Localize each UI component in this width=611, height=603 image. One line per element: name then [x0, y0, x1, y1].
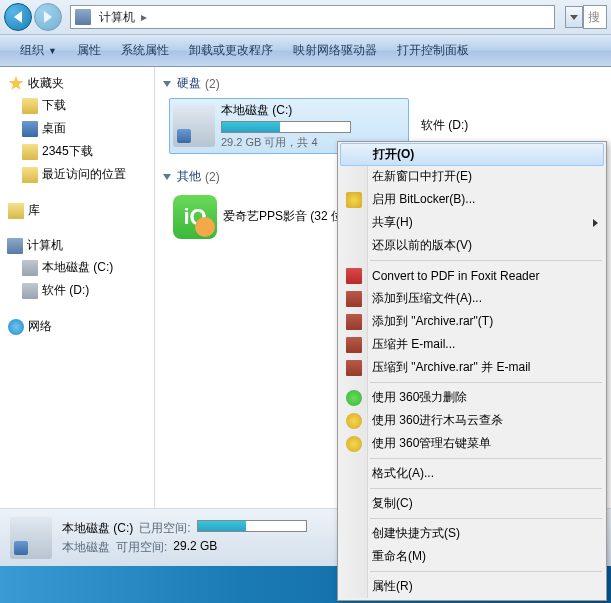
context-menu-item[interactable]: 压缩并 E-mail...	[340, 333, 604, 356]
drive-icon	[10, 517, 52, 559]
monitor-icon	[22, 121, 38, 137]
context-menu-item[interactable]: Convert to PDF in Foxit Reader	[340, 264, 604, 287]
control-panel-button[interactable]: 打开控制面板	[387, 38, 479, 63]
context-menu-item[interactable]: 使用 360管理右键菜单	[340, 432, 604, 455]
context-menu-separator	[370, 518, 602, 519]
context-menu-item[interactable]: 添加到 "Archive.rar"(T)	[340, 310, 604, 333]
search-placeholder: 搜	[588, 9, 600, 26]
book-icon	[346, 337, 362, 353]
book-icon	[346, 360, 362, 376]
context-menu-label: 使用 360进行木马云查杀	[372, 412, 503, 429]
context-menu-label: 共享(H)	[372, 214, 413, 231]
context-menu-item[interactable]: 使用 360进行木马云查杀	[340, 409, 604, 432]
sidebar-item-recent[interactable]: 最近访问的位置	[4, 163, 150, 186]
360y-icon	[346, 413, 362, 429]
sidebar-computer-header[interactable]: 计算机	[4, 235, 150, 256]
context-menu-item[interactable]: 共享(H)	[340, 211, 604, 234]
context-menu-label: 启用 BitLocker(B)...	[372, 191, 475, 208]
drive-usage-bar	[221, 121, 351, 133]
properties-button[interactable]: 属性	[67, 38, 111, 63]
context-menu-label: 在新窗口中打开(E)	[372, 168, 472, 185]
context-menu-label: 打开(O)	[373, 146, 414, 163]
context-menu-item[interactable]: 复制(C)	[340, 492, 604, 515]
context-menu-label: Convert to PDF in Foxit Reader	[372, 269, 539, 283]
details-used-label: 已用空间:	[139, 520, 190, 537]
context-menu-separator	[370, 571, 602, 572]
breadcrumb-separator-icon: ▸	[141, 10, 147, 24]
context-menu-item[interactable]: 添加到压缩文件(A)...	[340, 287, 604, 310]
back-button[interactable]	[4, 3, 32, 31]
computer-icon	[75, 9, 91, 25]
context-menu-label: 属性(R)	[372, 578, 413, 595]
context-menu-item[interactable]: 创建快捷方式(S)	[340, 522, 604, 545]
sidebar-libraries: 库	[4, 200, 150, 221]
organize-menu[interactable]: 组织▼	[10, 38, 67, 63]
collapse-icon	[163, 174, 171, 180]
context-menu-item[interactable]: 还原以前的版本(V)	[340, 234, 604, 257]
drive-name: 本地磁盘 (C:)	[221, 102, 405, 119]
collapse-icon	[163, 81, 171, 87]
context-menu-item[interactable]: 重命名(M)	[340, 545, 604, 568]
context-menu-separator	[370, 260, 602, 261]
book-icon	[346, 314, 362, 330]
context-menu-item[interactable]: 压缩到 "Archive.rar" 并 E-mail	[340, 356, 604, 379]
sidebar-favorites: 收藏夹 下载 桌面 2345下载 最近访问的位置	[4, 73, 150, 186]
forward-button[interactable]	[34, 3, 62, 31]
context-menu-label: 压缩到 "Archive.rar" 并 E-mail	[372, 359, 531, 376]
sidebar-network-header[interactable]: 网络	[4, 316, 150, 337]
breadcrumb[interactable]: 计算机	[95, 7, 139, 28]
context-menu-item[interactable]: 属性(R)	[340, 575, 604, 598]
group-header-drives[interactable]: 硬盘 (2)	[163, 71, 603, 96]
context-menu-label: 使用 360管理右键菜单	[372, 435, 491, 452]
drive-icon	[22, 283, 38, 299]
address-bar[interactable]: 计算机 ▸	[70, 5, 555, 29]
book-icon	[346, 291, 362, 307]
context-menu-label: 复制(C)	[372, 495, 413, 512]
sidebar-libraries-header[interactable]: 库	[4, 200, 150, 221]
sidebar-item-disk-d[interactable]: 软件 (D:)	[4, 279, 150, 302]
system-properties-button[interactable]: 系统属性	[111, 38, 179, 63]
context-menu-separator	[370, 488, 602, 489]
address-dropdown-button[interactable]	[565, 6, 583, 28]
sidebar-item-2345[interactable]: 2345下载	[4, 140, 150, 163]
context-menu-item[interactable]: 在新窗口中打开(E)	[340, 165, 604, 188]
sidebar-item-disk-c[interactable]: 本地磁盘 (C:)	[4, 256, 150, 279]
context-menu-label: 还原以前的版本(V)	[372, 237, 472, 254]
toolbar: 组织▼ 属性 系统属性 卸载或更改程序 映射网络驱动器 打开控制面板	[0, 35, 611, 67]
uninstall-button[interactable]: 卸载或更改程序	[179, 38, 283, 63]
star-icon	[8, 76, 24, 92]
folder-icon	[22, 167, 38, 183]
pdf-icon	[346, 268, 362, 284]
context-menu-label: 重命名(M)	[372, 548, 426, 565]
drive-name: 软件 (D:)	[421, 117, 553, 134]
navigation-bar: 计算机 ▸ 搜	[0, 0, 611, 35]
context-menu-label: 格式化(A)...	[372, 465, 434, 482]
context-menu: 打开(O)在新窗口中打开(E)启用 BitLocker(B)...共享(H)还原…	[337, 141, 607, 601]
context-menu-item[interactable]: 格式化(A)...	[340, 462, 604, 485]
sidebar-favorites-header[interactable]: 收藏夹	[4, 73, 150, 94]
sidebar: 收藏夹 下载 桌面 2345下载 最近访问的位置 库 计算机 本地磁盘 (C:)…	[0, 67, 155, 508]
shield-icon	[346, 192, 362, 208]
context-menu-item[interactable]: 使用 360强力删除	[340, 386, 604, 409]
context-menu-item[interactable]: 启用 BitLocker(B)...	[340, 188, 604, 211]
details-type: 本地磁盘	[62, 539, 110, 556]
network-icon	[8, 319, 24, 335]
forward-arrow-icon	[44, 11, 52, 23]
map-drive-button[interactable]: 映射网络驱动器	[283, 38, 387, 63]
context-menu-item[interactable]: 打开(O)	[340, 143, 604, 166]
context-menu-label: 压缩并 E-mail...	[372, 336, 455, 353]
drive-icon	[22, 260, 38, 276]
sidebar-item-downloads[interactable]: 下载	[4, 94, 150, 117]
details-free-value: 29.2 GB	[173, 539, 217, 556]
details-free-label: 可用空间:	[116, 539, 167, 556]
submenu-arrow-icon	[593, 219, 598, 227]
search-input[interactable]: 搜	[583, 5, 607, 29]
sidebar-item-desktop[interactable]: 桌面	[4, 117, 150, 140]
drive-icon	[173, 105, 215, 147]
computer-icon	[7, 238, 23, 254]
iqiyi-icon: iQ	[173, 195, 217, 239]
context-menu-separator	[370, 382, 602, 383]
context-menu-label: 添加到 "Archive.rar"(T)	[372, 313, 493, 330]
folder-icon	[22, 144, 38, 160]
sidebar-computer: 计算机 本地磁盘 (C:) 软件 (D:)	[4, 235, 150, 302]
